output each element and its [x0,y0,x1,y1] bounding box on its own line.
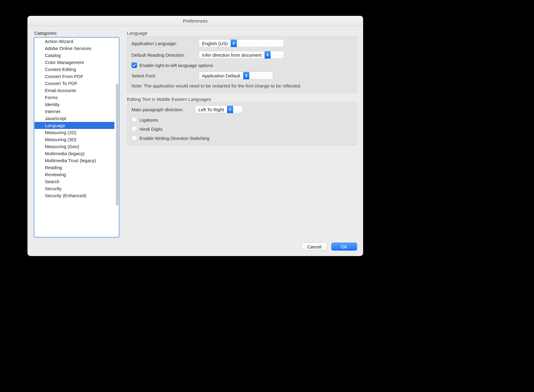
chevron-updown-icon [265,51,271,59]
window-titlebar: Preferences [27,16,363,26]
writing-direction-switching-checkbox[interactable]: Enable Writing Direction Switching [132,135,352,141]
editing-box: Main paragraph direction: Left To Right … [127,102,357,145]
category-item[interactable]: Color Management [34,59,114,66]
checkbox-box-icon [132,135,137,141]
select-font-label: Select Font: [132,73,196,78]
select-font-value: Application Default [199,73,243,78]
category-item[interactable]: Measuring (Geo) [34,143,114,150]
select-font-select[interactable]: Application Default [199,72,273,80]
app-language-label: Application Language: [132,41,196,46]
hindi-digits-checkbox[interactable]: Hindi Digits [132,126,352,132]
category-item[interactable]: Email Accounts [34,87,114,94]
cancel-button-label: Cancel [307,244,322,249]
window-content: Categories: Action WizardAdobe Online Se… [27,26,363,241]
checkmark-icon [132,63,136,67]
language-section: Language Application Language: English (… [127,30,357,93]
categories-listbox[interactable]: Action WizardAdobe Online ServicesCatalo… [34,37,120,238]
category-item[interactable]: Convert From PDF [34,73,114,80]
category-item[interactable]: Convert To PDF [34,80,114,87]
editing-heading: Editing Text in Middle Eastern Languages [127,97,357,102]
writing-direction-switching-label: Enable Writing Direction Switching [139,136,209,141]
dialog-footer: Cancel OK [27,241,363,256]
ligatures-checkbox[interactable]: Ligatures [132,117,352,123]
reading-direction-value: Infer direction from document [199,52,265,58]
preferences-window: Preferences Categories: Action WizardAdo… [27,16,363,256]
category-item[interactable]: Forms [34,94,114,101]
checkbox-box-icon [132,117,137,123]
paragraph-direction-label: Main paragraph direction: [132,107,192,112]
window-title: Preferences [183,18,208,23]
category-item[interactable]: Search [34,178,114,185]
language-heading: Language [127,30,357,36]
ok-button-label: OK [341,244,348,249]
chevron-updown-icon [231,40,237,47]
select-font-row: Select Font: Application Default [132,72,352,80]
cancel-button[interactable]: Cancel [301,243,327,251]
category-item[interactable]: Measuring (3D) [34,136,114,143]
category-item[interactable]: JavaScript [34,115,114,122]
hindi-digits-label: Hindi Digits [139,127,163,132]
reading-direction-label: Default Reading Direction: [132,52,196,58]
settings-panel: Language Application Language: English (… [127,30,357,238]
ok-button[interactable]: OK [331,243,357,251]
font-restart-note: Note: The application would need to be r… [132,83,352,88]
paragraph-direction-select[interactable]: Left To Right [195,105,243,113]
category-item[interactable]: Language [34,122,114,129]
ligatures-label: Ligatures [139,117,158,123]
reading-direction-select[interactable]: Infer direction from document [199,51,284,59]
rtl-options-label: Enable right-to-left language options [139,63,213,68]
categories-label: Categories: [34,30,120,36]
chevron-updown-icon [243,72,249,79]
category-item[interactable]: Adobe Online Services [34,45,114,52]
language-box: Application Language: English (US) Defau… [127,36,357,93]
category-item[interactable]: Content Editing [34,66,114,73]
editing-section: Editing Text in Middle Eastern Languages… [127,97,357,145]
paragraph-direction-row: Main paragraph direction: Left To Right [132,105,352,113]
category-item[interactable]: Reviewing [34,171,114,178]
category-item[interactable]: Internet [34,108,114,115]
rtl-options-checkbox[interactable]: Enable right-to-left language options [132,62,352,68]
paragraph-direction-value: Left To Right [195,107,227,112]
checkbox-box-icon [132,62,137,68]
chevron-updown-icon [227,106,233,113]
categories-list-inner: Action WizardAdobe Online ServicesCatalo… [34,38,119,237]
category-item[interactable]: Measuring (2D) [34,129,114,136]
categories-scrollbar[interactable] [116,84,118,205]
app-language-row: Application Language: English (US) [132,39,352,47]
app-language-value: English (US) [199,41,231,46]
category-item[interactable]: Multimedia Trust (legacy) [34,157,114,164]
categories-column: Categories: Action WizardAdobe Online Se… [34,30,120,238]
category-item[interactable]: Security (Enhanced) [34,192,114,199]
category-item[interactable]: Security [34,185,114,192]
category-item[interactable]: Reading [34,164,114,171]
reading-direction-row: Default Reading Direction: Infer directi… [132,51,352,59]
app-language-select[interactable]: English (US) [199,39,284,47]
category-item[interactable]: Identity [34,101,114,108]
category-item[interactable]: Multimedia (legacy) [34,150,114,157]
category-item[interactable]: Action Wizard [34,38,114,45]
category-item[interactable]: Catalog [34,52,114,59]
checkbox-box-icon [132,126,137,132]
